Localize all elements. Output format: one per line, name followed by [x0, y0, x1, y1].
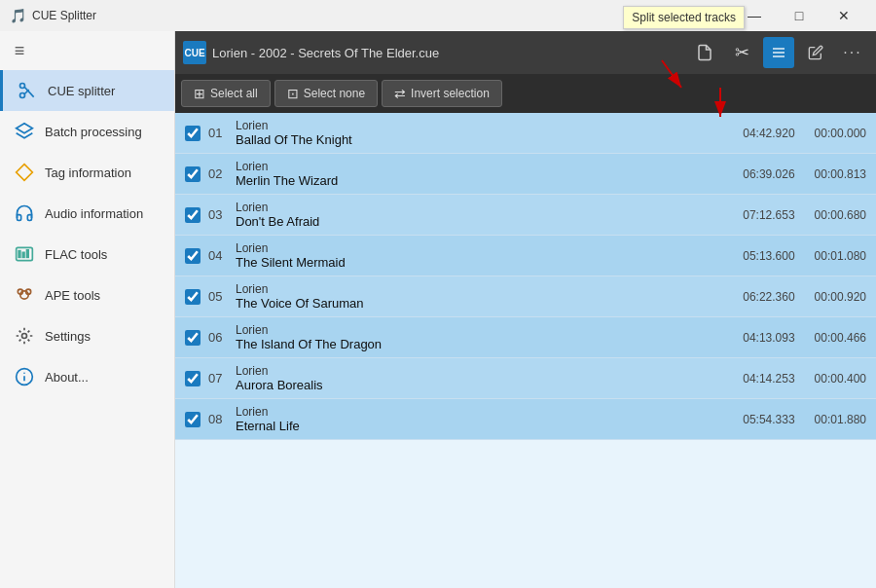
svg-point-16: [22, 334, 27, 339]
track-info: Lorien Aurora Borealis: [236, 364, 735, 392]
titlebar-left: 🎵 CUE Splitter: [10, 8, 96, 23]
svg-point-15: [26, 289, 31, 294]
track-times: 04:13.093 00:00.466: [743, 331, 866, 345]
track-number: 05: [208, 289, 228, 304]
track-row: 06 Lorien The Island Of The Dragon 04:13…: [175, 317, 876, 358]
track-offset: 00:01.880: [815, 413, 866, 426]
main-layout: ≡ CUE splitter Batch processing: [0, 31, 876, 588]
ape-icon: [14, 284, 35, 306]
track-title: The Island Of The Dragon: [236, 337, 735, 351]
track-checkbox-8[interactable]: [185, 412, 201, 427]
svg-rect-12: [26, 249, 29, 258]
track-title: Ballad Of The Knight: [236, 132, 735, 147]
sidebar-item-audio-information[interactable]: Audio information: [0, 193, 174, 234]
track-row: 02 Lorien Merlin The Wizard 06:39.026 00…: [175, 154, 876, 195]
track-checkbox-1[interactable]: [185, 126, 201, 141]
track-artist: Lorien: [236, 282, 735, 296]
track-times: 06:22.360 00:00.920: [743, 290, 866, 304]
maximize-button[interactable]: □: [777, 0, 821, 31]
flac-icon: [14, 243, 35, 265]
sidebar-item-cue-splitter[interactable]: CUE splitter: [0, 70, 174, 111]
sidebar-label-tag: Tag information: [45, 165, 131, 180]
scissors-button[interactable]: ✂: [726, 37, 757, 68]
app-icon: 🎵: [10, 8, 26, 23]
sidebar-item-about[interactable]: About...: [0, 356, 174, 397]
svg-point-14: [18, 289, 22, 294]
sidebar-label-ape: APE tools: [45, 288, 100, 303]
track-list: 01 Lorien Ballad Of The Knight 04:42.920…: [175, 113, 876, 588]
track-duration: 05:54.333: [743, 413, 794, 426]
track-checkbox-4[interactable]: [185, 248, 201, 264]
select-all-label: Select all: [210, 87, 258, 100]
track-duration: 06:39.026: [743, 167, 794, 181]
app-title: CUE Splitter: [32, 9, 96, 22]
track-info: Lorien Ballad Of The Knight: [236, 119, 735, 147]
sidebar-item-tag-information[interactable]: Tag information: [0, 152, 174, 193]
track-row: 05 Lorien The Voice Of Saruman 06:22.360…: [175, 276, 876, 317]
invert-selection-button[interactable]: ⇄ Invert selection: [382, 80, 502, 107]
track-info: Lorien Merlin The Wizard: [236, 160, 735, 188]
track-title: Don't Be Afraid: [236, 214, 735, 229]
track-number: 01: [208, 126, 228, 140]
track-number: 04: [208, 248, 228, 263]
track-times: 05:13.600 00:01.080: [743, 249, 866, 263]
sidebar-item-flac-tools[interactable]: FLAC tools: [0, 234, 174, 275]
sidebar-label-flac: FLAC tools: [45, 247, 107, 262]
track-info: Lorien The Island Of The Dragon: [236, 323, 735, 351]
track-duration: 04:14.253: [743, 372, 794, 386]
track-row: 07 Lorien Aurora Borealis 04:14.253 00:0…: [175, 358, 876, 399]
menu-button[interactable]: ≡: [0, 31, 39, 70]
track-artist: Lorien: [236, 241, 735, 255]
select-all-button[interactable]: ⊞ Select all: [181, 80, 271, 107]
track-row: 08 Lorien Eternal Life 05:54.333 00:01.8…: [175, 399, 876, 440]
track-info: Lorien Eternal Life: [236, 405, 735, 433]
layers-icon: [14, 121, 35, 142]
track-offset: 00:01.080: [815, 249, 866, 263]
track-checkbox-3[interactable]: [185, 207, 201, 223]
track-times: 05:54.333 00:01.880: [743, 413, 866, 426]
track-row: 04 Lorien The Silent Mermaid 05:13.600 0…: [175, 236, 876, 276]
track-duration: 07:12.653: [743, 208, 794, 222]
titlebar: 🎵 CUE Splitter — □ ✕: [0, 0, 876, 31]
track-checkbox-7[interactable]: [185, 371, 201, 386]
track-times: 07:12.653 00:00.680: [743, 208, 866, 222]
headphones-icon: [14, 202, 35, 224]
track-artist: Lorien: [236, 405, 735, 419]
svg-point-13: [20, 291, 28, 299]
more-options-button[interactable]: ···: [837, 37, 868, 68]
new-file-button[interactable]: [689, 37, 720, 68]
track-offset: 00:00.680: [815, 208, 866, 222]
track-offset: 00:00.920: [815, 290, 866, 304]
svg-rect-11: [22, 252, 25, 259]
file-name: Lorien - 2002 - Secrets Of The Elder.cue: [212, 46, 683, 60]
scissors-icon: [17, 80, 38, 101]
sidebar-item-ape-tools[interactable]: APE tools: [0, 275, 174, 315]
track-checkbox-5[interactable]: [185, 289, 201, 305]
sidebar-label-about: About...: [45, 370, 89, 385]
track-artist: Lorien: [236, 323, 735, 337]
sidebar-item-settings[interactable]: Settings: [0, 315, 174, 356]
sidebar-item-batch-processing[interactable]: Batch processing: [0, 111, 174, 152]
select-all-icon: ⊞: [194, 86, 205, 101]
svg-marker-7: [17, 124, 33, 133]
info-icon: [14, 366, 35, 387]
track-title: Aurora Borealis: [236, 378, 735, 392]
track-offset: 00:00.000: [815, 127, 866, 140]
menu-list-button[interactable]: [763, 37, 794, 68]
track-artist: Lorien: [236, 160, 735, 173]
content-area: CUE Lorien - 2002 - Secrets Of The Elder…: [175, 31, 876, 588]
sidebar: ≡ CUE splitter Batch processing: [0, 31, 175, 588]
close-button[interactable]: ✕: [821, 0, 866, 31]
track-checkbox-2[interactable]: [185, 166, 201, 182]
track-info: Lorien Don't Be Afraid: [236, 201, 735, 229]
invert-label: Invert selection: [411, 87, 490, 100]
track-checkbox-6[interactable]: [185, 330, 201, 346]
svg-point-19: [23, 372, 25, 374]
edit-button[interactable]: [800, 37, 831, 68]
track-title: The Voice Of Saruman: [236, 296, 735, 311]
track-number: 07: [208, 371, 228, 386]
select-none-button[interactable]: ⊡ Select none: [274, 80, 378, 107]
track-artist: Lorien: [236, 201, 735, 214]
track-info: Lorien The Voice Of Saruman: [236, 282, 735, 311]
track-duration: 05:13.600: [743, 249, 794, 263]
